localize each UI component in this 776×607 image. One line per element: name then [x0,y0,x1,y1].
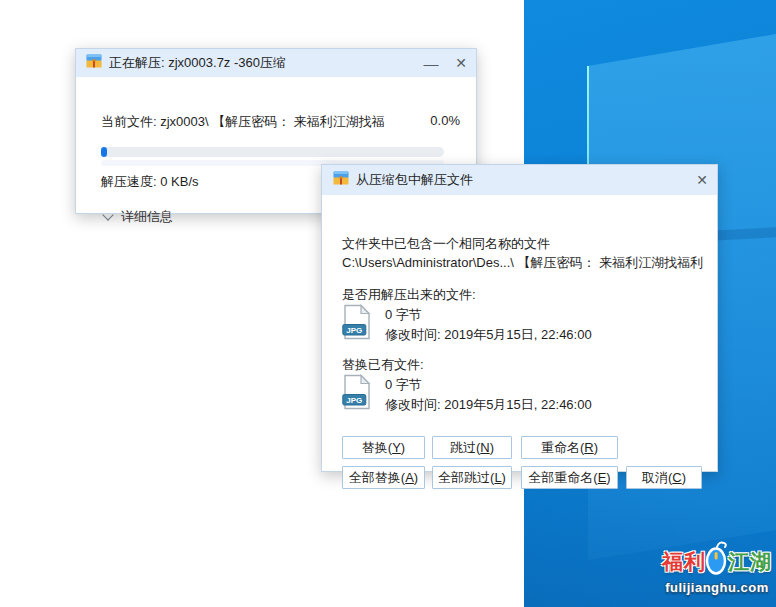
conflict-dialog-body: 文件夹中已包含一个相同名称的文件 C:\Users\Administrator\… [322,195,717,471]
details-label: 详细信息 [121,208,173,226]
progress-dialog-titlebar[interactable]: 正在解压: zjx0003.7z -360压缩 — ✕ [76,49,476,77]
mouse-icon [705,541,729,579]
progress-dialog-title: 正在解压: zjx0003.7z -360压缩 [109,54,416,72]
archive-zip-icon [86,53,102,73]
archive-zip-icon [333,170,349,190]
watermark-text-left: 福利 [662,548,706,576]
new-file-modified: 修改时间: 2019年5月15日, 22:46:00 [385,326,592,344]
watermark-text-right: 江湖 [728,548,772,576]
jpg-file-icon: JPG [342,304,372,343]
close-button[interactable]: ✕ [687,165,717,195]
watermark-title-row: 福利 江湖 [658,544,776,580]
conflict-dialog-titlebar[interactable]: 从压缩包中解压文件 ✕ [322,165,717,195]
site-watermark: 福利 江湖 fulijianghu.com [658,544,776,604]
svg-text:JPG: JPG [346,396,362,405]
existing-file-size: 0 字节 [385,376,422,394]
conflict-message: 文件夹中已包含一个相同名称的文件 [342,235,550,253]
current-file-label: 当前文件: zjx0003\ 【解压密码： 来福利江湖找福 [101,113,385,131]
replace-all-button[interactable]: 全部替换(A) [342,466,425,489]
rename-button[interactable]: 重命名(R) [521,436,618,459]
skip-button[interactable]: 跳过(N) [432,436,512,459]
new-file-heading: 是否用解压出来的文件: [342,286,476,304]
new-file-size: 0 字节 [385,306,422,324]
conflict-dialog-title: 从压缩包中解压文件 [356,171,687,189]
progress-percent: 0.0% [430,113,460,131]
cancel-button[interactable]: 取消(C) [626,466,702,489]
svg-text:JPG: JPG [346,326,362,335]
skip-all-button[interactable]: 全部跳过(L) [432,466,512,489]
current-file-row: 当前文件: zjx0003\ 【解压密码： 来福利江湖找福 0.0% [101,113,460,131]
details-toggle[interactable]: 详细信息 [104,208,173,226]
chevron-down-icon [102,209,113,220]
existing-file-heading: 替换已有文件: [342,356,424,374]
jpg-file-icon: JPG [342,374,372,413]
close-button[interactable]: ✕ [446,49,476,77]
minimize-button[interactable]: — [416,49,446,77]
existing-file-modified: 修改时间: 2019年5月15日, 22:46:00 [385,396,592,414]
file-conflict-dialog: 从压缩包中解压文件 ✕ 文件夹中已包含一个相同名称的文件 C:\Users\Ad… [321,164,718,472]
progress-bar-fill [101,147,107,157]
speed-label: 解压速度: 0 KB/s [101,173,199,191]
rename-all-button[interactable]: 全部重命名(E) [521,466,618,489]
conflict-path: C:\Users\Administrator\Des...\ 【解压密码： 来福… [342,254,703,272]
progress-bar-track [101,147,444,157]
watermark-url: fulijianghu.com [658,580,776,595]
replace-button[interactable]: 替换(Y) [342,436,425,459]
